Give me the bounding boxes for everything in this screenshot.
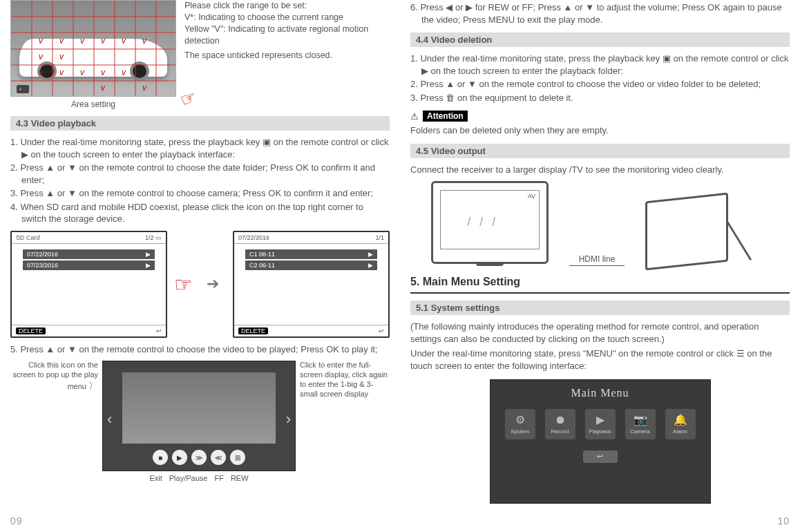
step: 2. Press ▲ or ▼ on the remote control to… [410,78,790,91]
svg-text:v: v [101,83,106,93]
playback-steps: 1. Under the real-time monitoring state,… [10,136,390,225]
page-number: 09 [10,515,23,526]
main-menu-title: Main Menu [571,387,629,399]
svg-text:v: v [122,68,126,77]
file-row[interactable]: C2 06-11▶ [245,260,377,270]
pointing-hand-icon: ☞ [174,272,193,296]
section-4-4-header: 4.4 Video deletion [410,32,790,47]
control-labels: Exit Play/Pause FF REW [102,474,296,482]
menu-camera-icon[interactable]: 📷Camera [625,409,656,439]
av-label: AV [528,193,535,200]
svg-text:v: v [39,68,44,77]
ff-button[interactable]: ≫ [191,450,207,465]
back-icon[interactable]: ↩ [156,327,162,334]
svg-text:v: v [101,36,106,46]
deletion-steps: 1. Under the real-time monitoring state,… [410,53,790,104]
svg-text:v: v [39,36,44,46]
page-number: 10 [777,515,790,526]
svg-text:v: v [142,83,147,93]
motion-detection-grid: vvv vvv vv vvv vv vv ‹ ☞ [10,0,176,97]
system-settings-instruction: Under the real-time monitoring state, pr… [410,348,790,372]
menu-system-icon[interactable]: ⚙System [505,409,535,439]
area-setting-caption: Area setting [10,99,176,109]
sd-card-title: SD Card [16,234,40,241]
folder-row[interactable]: 07/23/2016▶ [23,260,155,270]
rew-button[interactable]: ≪ [211,450,226,465]
svg-rect-27 [17,85,29,93]
playback-screens-row: SD Card 1/2 ▭ 07/22/2016▶ 07/23/2016▶ DE… [10,231,390,338]
hdmi-diagram: AV / / / HDMI line [431,181,790,266]
sd-page-indicator: 1/2 [145,234,154,241]
delete-button[interactable]: DELETE [238,327,268,334]
svg-text:v: v [59,52,64,61]
menu-record-icon[interactable]: ⏺Record [545,409,575,439]
sd-card-screen: SD Card 1/2 ▭ 07/22/2016▶ 07/23/2016▶ DE… [10,231,167,338]
legend-line: V*: Indicating to choose the current ran… [184,12,390,23]
section-5-1-header: 5.1 System settings [410,301,790,315]
menu-playback-icon[interactable]: ▶Playback [585,409,616,439]
left-callout: Click this icon on the screen to pop up … [10,361,98,392]
step: 1. Under the real-time monitoring state,… [410,53,790,77]
attention-badge: Attention [423,111,468,122]
svg-text:v: v [142,36,147,46]
menu-back-button[interactable]: ↩ [583,450,618,463]
svg-text:‹: ‹ [19,86,21,93]
playback-preview-screen: ‹ › ■ ▶ ≫ ≪ ⊞ [102,361,296,471]
chevron-left-icon[interactable]: ‹ [107,410,112,428]
layout-button[interactable]: ⊞ [230,450,245,465]
step: 4. When SD card and mobile HDD coexist, … [10,201,390,225]
file-row[interactable]: C1 06-11▶ [245,249,377,259]
section-4-5-header: 4.5 Video output [410,144,790,158]
date-title: 07/22/2016 [238,234,269,241]
folder-row[interactable]: 07/22/2016▶ [23,249,155,259]
step: 3. Press 🗑 on the equipment to delete it… [410,92,790,104]
svg-text:v: v [122,36,126,46]
back-icon[interactable]: ↩ [379,327,384,334]
page-09: vvv vvv vv vvv vv vv ‹ ☞ Area setting [0,0,400,532]
legend-line: The space unticked represents closed. [184,50,390,61]
sd-icon: ▭ [155,234,162,241]
right-callout: Click to enter the full-screen display, … [300,361,390,399]
main-menu-screenshot: Main Menu ⚙System ⏺Record ▶Playback 📷Cam… [490,379,711,504]
receiver-illustration [645,193,728,271]
step: 2. Press ▲ or ▼ on the remote control to… [10,162,390,186]
legend-line: Yellow "V": Indicating to activate regio… [184,23,390,47]
section-5-header: 5. Main Menu Setting [410,272,790,294]
area-setting-block: vvv vvv vv vvv vv vv ‹ ☞ Area setting [10,0,390,109]
chevron-right-icon[interactable]: › [286,410,291,428]
date-page-indicator: 1/1 [375,234,384,241]
exit-button[interactable]: ■ [153,450,168,465]
menu-alarm-icon[interactable]: 🔔Alarm [665,409,696,439]
svg-text:v: v [101,68,106,77]
step: 1. Under the real-time monitoring state,… [10,136,390,160]
attention-text: Folders can be deleted only when they ar… [410,124,790,137]
svg-text:v: v [59,36,64,46]
warning-icon [410,111,419,122]
svg-text:v: v [80,36,85,46]
attention-row: Attention [410,111,790,122]
hdmi-label: HDMI line [569,254,625,264]
tv-illustration: AV / / / [431,181,549,264]
grid-legend: Please click the range to be set: V*: In… [184,0,390,109]
section-4-3-header: 4.3 Video playback [10,116,390,131]
play-pause-button[interactable]: ▶ [172,450,187,465]
playback-control-diagram: Click this icon on the screen to pop up … [10,361,390,482]
page-10: 6. Press ◀ or ▶ for REW or FF; Press ▲ o… [400,0,800,532]
svg-text:v: v [59,68,64,77]
step: 3. Press ▲ or ▼ on the remote control to… [10,187,390,200]
step-5: 5. Press ▲ or ▼ on the remote control to… [10,343,390,356]
legend-line: Please click the range to be set: [184,0,390,12]
system-settings-note: (The following mainly introduces the ope… [410,321,790,345]
video-output-text: Connect the receiver to a larger display… [410,164,790,176]
svg-text:v: v [80,68,85,77]
step-6: 6. Press ◀ or ▶ for REW or FF; Press ▲ o… [410,1,790,26]
date-folder-screen: 07/22/2016 1/1 C1 06-11▶ C2 06-11▶ DELET… [233,231,390,338]
arrow-right-icon [207,275,219,293]
svg-text:v: v [39,52,44,61]
delete-button[interactable]: DELETE [16,327,46,334]
